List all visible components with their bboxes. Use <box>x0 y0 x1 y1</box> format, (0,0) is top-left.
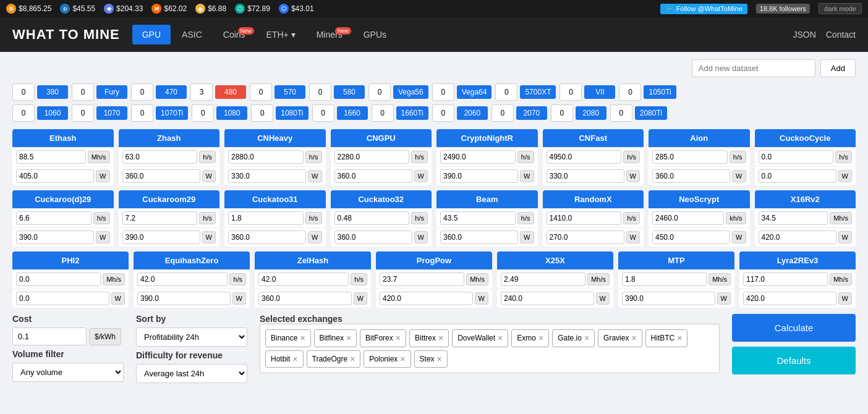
algo-hash-input[interactable] <box>228 211 304 225</box>
algo-power-input[interactable] <box>16 230 94 244</box>
gpu-label-1070[interactable]: 1070 <box>96 106 127 120</box>
algo-power-input[interactable] <box>122 169 200 183</box>
exchange-remove-hotbit[interactable]: × <box>292 354 297 364</box>
algo-hash-input[interactable] <box>16 272 101 286</box>
algo-header-cuckoocycle[interactable]: CuckooCycle <box>755 129 856 147</box>
exchange-remove-binance[interactable]: × <box>300 333 305 343</box>
algo-header-zhash[interactable]: Zhash <box>119 129 220 147</box>
gpu-label-1660[interactable]: 1660 <box>337 106 368 120</box>
cost-input[interactable] <box>12 327 87 345</box>
nav-contact[interactable]: Contact <box>826 30 856 40</box>
sortby-select[interactable]: Profitability 24h Profitability 1h Reven… <box>136 327 247 347</box>
gpu-count-1070[interactable] <box>72 104 94 122</box>
algo-hash-input[interactable] <box>759 150 834 164</box>
algo-power-input[interactable] <box>16 169 94 183</box>
gpu-label-570[interactable]: 570 <box>274 85 305 99</box>
gpu-count-2080[interactable] <box>551 104 573 122</box>
gpu-count-2070[interactable] <box>491 104 514 122</box>
algo-power-input[interactable] <box>137 292 231 305</box>
difficulty-select[interactable]: Average last 24h Current <box>136 364 247 383</box>
gpu-label-1050ti[interactable]: 1050Ti <box>644 85 676 99</box>
algo-header-cngpu[interactable]: CNGPU <box>331 129 432 147</box>
nav-gpus[interactable]: GPUs <box>354 25 396 44</box>
gpu-label-2080ti[interactable]: 2080Ti <box>635 106 667 120</box>
gpu-label-vega64[interactable]: Vega64 <box>457 85 492 99</box>
algo-hash-input[interactable] <box>380 272 464 286</box>
gpu-count-vii[interactable] <box>560 83 582 101</box>
algo-hash-input[interactable] <box>440 150 516 164</box>
volume-select[interactable]: Any volume <box>12 363 124 382</box>
algo-power-input[interactable] <box>547 169 624 183</box>
gpu-count-fury[interactable] <box>72 83 94 101</box>
nav-json[interactable]: JSON <box>793 30 815 40</box>
exchange-remove-bittrex[interactable]: × <box>438 333 443 343</box>
gpu-count-vega64[interactable] <box>432 83 454 101</box>
algo-power-input[interactable] <box>759 230 836 244</box>
algo-power-input[interactable] <box>228 230 306 244</box>
gpu-label-1060[interactable]: 1060 <box>37 106 68 120</box>
algo-header-cnfast[interactable]: CNFast <box>543 129 644 147</box>
algo-hash-input[interactable] <box>137 272 228 286</box>
gpu-count-480[interactable] <box>190 83 213 101</box>
gpu-count-1660[interactable] <box>312 104 334 122</box>
exchange-remove-exmo[interactable]: × <box>538 333 543 343</box>
algo-power-input[interactable] <box>501 292 594 305</box>
algo-header-lyra2rev3[interactable]: Lyra2REv3 <box>739 251 856 269</box>
gpu-count-570[interactable] <box>250 83 272 101</box>
gpu-label-380[interactable]: 380 <box>37 85 68 99</box>
algo-hash-input[interactable] <box>122 150 198 164</box>
algo-header-progpow[interactable]: ProgPow <box>376 251 492 269</box>
algo-hash-input[interactable] <box>440 211 516 225</box>
dataset-input[interactable] <box>692 59 815 77</box>
algo-hash-input[interactable] <box>652 211 724 225</box>
algo-power-input[interactable] <box>622 292 715 305</box>
add-dataset-button[interactable]: Add <box>820 59 856 77</box>
algo-power-input[interactable] <box>380 292 473 305</box>
gpu-count-2060[interactable] <box>432 104 454 122</box>
gpu-count-2080ti[interactable] <box>610 104 632 122</box>
gpu-label-5700xt[interactable]: 5700XT <box>520 85 556 99</box>
calculate-button[interactable]: Calculate <box>732 314 856 342</box>
algo-hash-input[interactable] <box>334 211 410 225</box>
algo-header-x25x[interactable]: X25X <box>497 251 613 269</box>
algo-header-zelhash[interactable]: ZelHash <box>255 251 371 269</box>
algo-hash-input[interactable] <box>16 150 86 164</box>
algo-header-equihashzero[interactable]: EquihashZero <box>134 251 250 269</box>
algo-header-cuckarood29[interactable]: Cuckaroo(d)29 <box>12 190 114 208</box>
algo-header-ethash[interactable]: Ethash <box>12 129 114 147</box>
algo-power-input[interactable] <box>759 169 836 183</box>
gpu-count-1060[interactable] <box>12 104 35 122</box>
gpu-label-580[interactable]: 580 <box>334 85 365 99</box>
algo-hash-input[interactable] <box>258 272 349 286</box>
algo-power-input[interactable] <box>258 292 352 305</box>
algo-hash-input[interactable] <box>334 150 410 164</box>
gpu-count-1080ti[interactable] <box>251 104 273 122</box>
gpu-label-1660ti[interactable]: 1660Ti <box>396 106 428 120</box>
nav-coins[interactable]: Coins New <box>213 25 255 44</box>
algo-header-cnheavy[interactable]: CNHeavy <box>224 129 326 147</box>
defaults-button[interactable]: Defaults <box>732 347 856 374</box>
gpu-label-vii[interactable]: VII <box>584 85 615 99</box>
gpu-label-480[interactable]: 480 <box>215 85 246 99</box>
algo-power-input[interactable] <box>16 292 109 305</box>
algo-header-cryptonightr[interactable]: CryptoNightR <box>436 129 538 147</box>
nav-miners[interactable]: Miners New <box>307 25 352 44</box>
gpu-count-5700xt[interactable] <box>495 83 517 101</box>
nav-asic[interactable]: ASIC <box>172 25 212 44</box>
algo-header-cuckatoo32[interactable]: Cuckatoo32 <box>331 190 432 208</box>
algo-power-input[interactable] <box>547 230 624 244</box>
algo-hash-input[interactable] <box>501 272 585 286</box>
gpu-label-1070ti[interactable]: 1070Ti <box>156 106 188 120</box>
gpu-label-1080[interactable]: 1080 <box>216 106 247 120</box>
gpu-label-1080ti[interactable]: 1080Ti <box>276 106 308 120</box>
gpu-label-2080[interactable]: 2080 <box>576 106 606 120</box>
nav-ethplus[interactable]: ETH+ ▾ <box>257 25 305 44</box>
gpu-count-1660ti[interactable] <box>372 104 394 122</box>
algo-power-input[interactable] <box>652 230 730 244</box>
exchange-remove-tradeogre[interactable]: × <box>350 354 355 364</box>
nav-gpu[interactable]: GPU <box>132 25 171 44</box>
algo-hash-input[interactable] <box>16 211 91 225</box>
gpu-label-2060[interactable]: 2060 <box>457 106 488 120</box>
algo-hash-input[interactable] <box>547 211 622 225</box>
algo-header-cuckaroom29[interactable]: Cuckaroom29 <box>119 190 220 208</box>
